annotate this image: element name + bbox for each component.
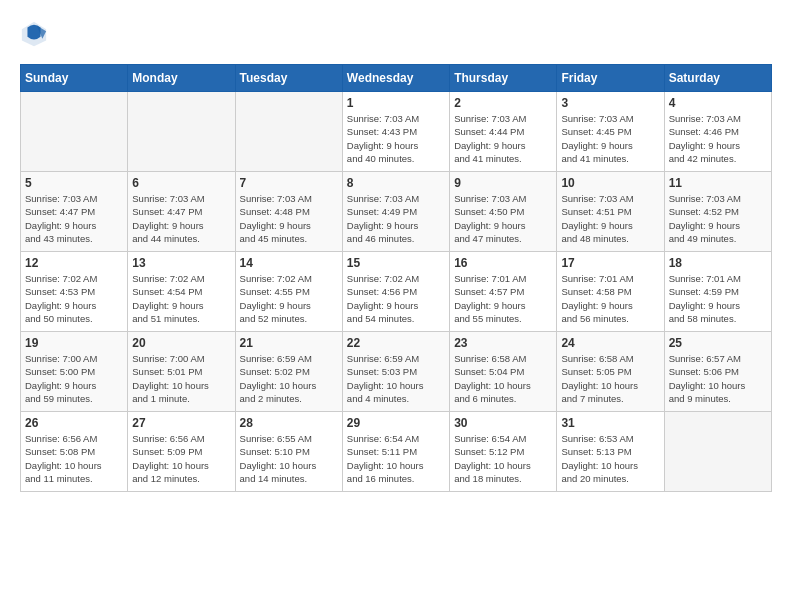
- day-number: 18: [669, 256, 767, 270]
- logo: [20, 20, 52, 48]
- calendar-cell: 16Sunrise: 7:01 AM Sunset: 4:57 PM Dayli…: [450, 252, 557, 332]
- day-info: Sunrise: 6:58 AM Sunset: 5:04 PM Dayligh…: [454, 352, 552, 405]
- calendar-week-row: 5Sunrise: 7:03 AM Sunset: 4:47 PM Daylig…: [21, 172, 772, 252]
- day-info: Sunrise: 6:53 AM Sunset: 5:13 PM Dayligh…: [561, 432, 659, 485]
- weekday-header: Sunday: [21, 65, 128, 92]
- day-number: 30: [454, 416, 552, 430]
- weekday-header: Friday: [557, 65, 664, 92]
- calendar-cell: 14Sunrise: 7:02 AM Sunset: 4:55 PM Dayli…: [235, 252, 342, 332]
- day-number: 7: [240, 176, 338, 190]
- calendar-cell: 18Sunrise: 7:01 AM Sunset: 4:59 PM Dayli…: [664, 252, 771, 332]
- day-number: 3: [561, 96, 659, 110]
- day-info: Sunrise: 6:55 AM Sunset: 5:10 PM Dayligh…: [240, 432, 338, 485]
- day-number: 22: [347, 336, 445, 350]
- day-number: 24: [561, 336, 659, 350]
- day-number: 28: [240, 416, 338, 430]
- day-info: Sunrise: 7:03 AM Sunset: 4:51 PM Dayligh…: [561, 192, 659, 245]
- calendar-cell: 12Sunrise: 7:02 AM Sunset: 4:53 PM Dayli…: [21, 252, 128, 332]
- calendar-cell: 21Sunrise: 6:59 AM Sunset: 5:02 PM Dayli…: [235, 332, 342, 412]
- day-info: Sunrise: 7:03 AM Sunset: 4:45 PM Dayligh…: [561, 112, 659, 165]
- day-number: 4: [669, 96, 767, 110]
- calendar-cell: [235, 92, 342, 172]
- calendar-cell: 29Sunrise: 6:54 AM Sunset: 5:11 PM Dayli…: [342, 412, 449, 492]
- day-info: Sunrise: 7:02 AM Sunset: 4:54 PM Dayligh…: [132, 272, 230, 325]
- calendar-cell: 11Sunrise: 7:03 AM Sunset: 4:52 PM Dayli…: [664, 172, 771, 252]
- day-number: 17: [561, 256, 659, 270]
- day-number: 13: [132, 256, 230, 270]
- calendar-cell: 31Sunrise: 6:53 AM Sunset: 5:13 PM Dayli…: [557, 412, 664, 492]
- day-info: Sunrise: 7:03 AM Sunset: 4:47 PM Dayligh…: [132, 192, 230, 245]
- day-info: Sunrise: 6:54 AM Sunset: 5:12 PM Dayligh…: [454, 432, 552, 485]
- calendar-cell: 9Sunrise: 7:03 AM Sunset: 4:50 PM Daylig…: [450, 172, 557, 252]
- day-number: 10: [561, 176, 659, 190]
- day-info: Sunrise: 6:54 AM Sunset: 5:11 PM Dayligh…: [347, 432, 445, 485]
- calendar-cell: 1Sunrise: 7:03 AM Sunset: 4:43 PM Daylig…: [342, 92, 449, 172]
- day-number: 6: [132, 176, 230, 190]
- day-info: Sunrise: 7:00 AM Sunset: 5:01 PM Dayligh…: [132, 352, 230, 405]
- day-number: 27: [132, 416, 230, 430]
- day-info: Sunrise: 6:56 AM Sunset: 5:08 PM Dayligh…: [25, 432, 123, 485]
- calendar-cell: 6Sunrise: 7:03 AM Sunset: 4:47 PM Daylig…: [128, 172, 235, 252]
- day-number: 9: [454, 176, 552, 190]
- day-number: 20: [132, 336, 230, 350]
- day-info: Sunrise: 7:03 AM Sunset: 4:52 PM Dayligh…: [669, 192, 767, 245]
- weekday-header: Monday: [128, 65, 235, 92]
- day-info: Sunrise: 6:56 AM Sunset: 5:09 PM Dayligh…: [132, 432, 230, 485]
- day-number: 12: [25, 256, 123, 270]
- calendar-week-row: 26Sunrise: 6:56 AM Sunset: 5:08 PM Dayli…: [21, 412, 772, 492]
- day-number: 19: [25, 336, 123, 350]
- day-number: 21: [240, 336, 338, 350]
- weekday-header: Saturday: [664, 65, 771, 92]
- calendar-cell: 24Sunrise: 6:58 AM Sunset: 5:05 PM Dayli…: [557, 332, 664, 412]
- day-info: Sunrise: 7:03 AM Sunset: 4:44 PM Dayligh…: [454, 112, 552, 165]
- calendar-cell: 30Sunrise: 6:54 AM Sunset: 5:12 PM Dayli…: [450, 412, 557, 492]
- day-number: 26: [25, 416, 123, 430]
- day-info: Sunrise: 7:03 AM Sunset: 4:50 PM Dayligh…: [454, 192, 552, 245]
- calendar-cell: 5Sunrise: 7:03 AM Sunset: 4:47 PM Daylig…: [21, 172, 128, 252]
- calendar-cell: 27Sunrise: 6:56 AM Sunset: 5:09 PM Dayli…: [128, 412, 235, 492]
- day-info: Sunrise: 6:59 AM Sunset: 5:02 PM Dayligh…: [240, 352, 338, 405]
- day-info: Sunrise: 7:02 AM Sunset: 4:53 PM Dayligh…: [25, 272, 123, 325]
- calendar-week-row: 1Sunrise: 7:03 AM Sunset: 4:43 PM Daylig…: [21, 92, 772, 172]
- calendar-cell: 28Sunrise: 6:55 AM Sunset: 5:10 PM Dayli…: [235, 412, 342, 492]
- calendar-table: SundayMondayTuesdayWednesdayThursdayFrid…: [20, 64, 772, 492]
- calendar-cell: 17Sunrise: 7:01 AM Sunset: 4:58 PM Dayli…: [557, 252, 664, 332]
- day-number: 29: [347, 416, 445, 430]
- day-info: Sunrise: 7:01 AM Sunset: 4:57 PM Dayligh…: [454, 272, 552, 325]
- day-number: 15: [347, 256, 445, 270]
- day-number: 25: [669, 336, 767, 350]
- day-number: 2: [454, 96, 552, 110]
- calendar-cell: 4Sunrise: 7:03 AM Sunset: 4:46 PM Daylig…: [664, 92, 771, 172]
- calendar-header-row: SundayMondayTuesdayWednesdayThursdayFrid…: [21, 65, 772, 92]
- calendar-cell: [21, 92, 128, 172]
- day-number: 8: [347, 176, 445, 190]
- day-number: 16: [454, 256, 552, 270]
- day-info: Sunrise: 7:03 AM Sunset: 4:46 PM Dayligh…: [669, 112, 767, 165]
- day-number: 23: [454, 336, 552, 350]
- day-info: Sunrise: 7:03 AM Sunset: 4:43 PM Dayligh…: [347, 112, 445, 165]
- calendar-cell: [128, 92, 235, 172]
- calendar-cell: 10Sunrise: 7:03 AM Sunset: 4:51 PM Dayli…: [557, 172, 664, 252]
- calendar-cell: 8Sunrise: 7:03 AM Sunset: 4:49 PM Daylig…: [342, 172, 449, 252]
- calendar-cell: 26Sunrise: 6:56 AM Sunset: 5:08 PM Dayli…: [21, 412, 128, 492]
- weekday-header: Tuesday: [235, 65, 342, 92]
- day-info: Sunrise: 7:03 AM Sunset: 4:49 PM Dayligh…: [347, 192, 445, 245]
- calendar-cell: 7Sunrise: 7:03 AM Sunset: 4:48 PM Daylig…: [235, 172, 342, 252]
- page-header: [20, 20, 772, 48]
- day-number: 5: [25, 176, 123, 190]
- calendar-cell: 20Sunrise: 7:00 AM Sunset: 5:01 PM Dayli…: [128, 332, 235, 412]
- day-info: Sunrise: 6:57 AM Sunset: 5:06 PM Dayligh…: [669, 352, 767, 405]
- day-info: Sunrise: 7:02 AM Sunset: 4:56 PM Dayligh…: [347, 272, 445, 325]
- day-number: 14: [240, 256, 338, 270]
- day-number: 31: [561, 416, 659, 430]
- day-info: Sunrise: 7:00 AM Sunset: 5:00 PM Dayligh…: [25, 352, 123, 405]
- day-info: Sunrise: 7:01 AM Sunset: 4:58 PM Dayligh…: [561, 272, 659, 325]
- calendar-week-row: 12Sunrise: 7:02 AM Sunset: 4:53 PM Dayli…: [21, 252, 772, 332]
- day-number: 11: [669, 176, 767, 190]
- calendar-cell: 25Sunrise: 6:57 AM Sunset: 5:06 PM Dayli…: [664, 332, 771, 412]
- calendar-cell: 13Sunrise: 7:02 AM Sunset: 4:54 PM Dayli…: [128, 252, 235, 332]
- day-info: Sunrise: 7:01 AM Sunset: 4:59 PM Dayligh…: [669, 272, 767, 325]
- day-info: Sunrise: 7:02 AM Sunset: 4:55 PM Dayligh…: [240, 272, 338, 325]
- day-info: Sunrise: 7:03 AM Sunset: 4:48 PM Dayligh…: [240, 192, 338, 245]
- weekday-header: Thursday: [450, 65, 557, 92]
